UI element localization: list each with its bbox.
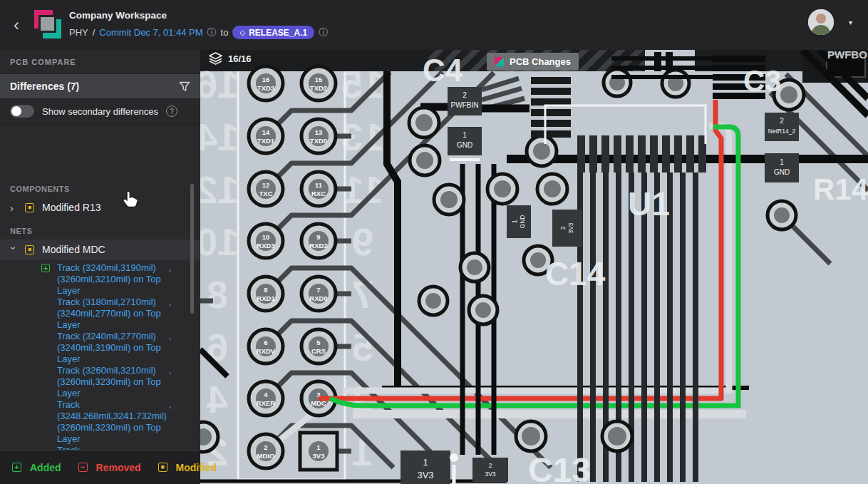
svg-text:16: 16 <box>200 63 239 105</box>
pin-pad[interactable]: 16TXD3 <box>249 66 283 101</box>
pcb-changes-label: PCB Changes <box>510 56 571 67</box>
release-badge[interactable]: ◇ RELEASE_A.1 <box>232 26 314 39</box>
track-item[interactable]: + Track (3240mil,3190mil) (3260mil,3210m… <box>57 262 170 297</box>
svg-text:3V3: 3V3 <box>313 452 325 460</box>
track-item[interactable]: Track (3260mil,3210mil) (3260mil,3230mil… <box>57 365 170 399</box>
pin-pad[interactable]: 11RXC <box>301 172 336 206</box>
commit-info-icon[interactable]: ⓘ <box>207 26 217 39</box>
app: { "icons": { "back": "‹", "info": "ⓘ", "… <box>0 0 868 484</box>
avatar-menu-caret[interactable]: ▾ <box>849 19 852 26</box>
pin-pad[interactable]: 5CRS <box>301 329 336 364</box>
svg-text:8: 8 <box>264 286 267 294</box>
pad-pwfbin[interactable]: 2 PWFBIN <box>448 87 482 115</box>
pin-pad[interactable]: 14TXD1 <box>249 119 283 153</box>
workspace-title: Company Workspace <box>69 10 328 21</box>
legend-label: Modified <box>176 462 217 473</box>
svg-text:2: 2 <box>780 117 784 125</box>
layers-control[interactable]: 16/16 <box>209 52 252 65</box>
svg-text:RXDV: RXDV <box>257 347 276 355</box>
chevron-down-icon[interactable]: › <box>8 246 20 253</box>
svg-text:NetR14_2: NetR14_2 <box>768 128 796 135</box>
commit-link[interactable]: Commit Dec 7, 01:44 PM <box>99 27 202 38</box>
pcb-canvas[interactable]: 16 14 12 10 8 6 4 2 15 13 11 9 7 5 3 1 <box>200 50 868 484</box>
pin-pad[interactable]: 7RXD0 <box>301 277 336 311</box>
svg-text:1: 1 <box>316 443 321 451</box>
u1-pads <box>577 135 706 173</box>
modified-icon <box>25 203 34 212</box>
toggle-label: Show secondary differences <box>42 106 158 117</box>
svg-text:MDIO: MDIO <box>257 452 275 460</box>
pin-pad[interactable]: 13TXD0 <box>301 119 336 153</box>
svg-text:3V3: 3V3 <box>417 470 433 480</box>
svg-text:11: 11 <box>315 181 323 189</box>
differences-row[interactable]: Differences (7) <box>0 74 200 98</box>
separator: , <box>169 262 172 274</box>
chevron-right-icon[interactable]: › <box>10 202 17 214</box>
svg-text:2: 2 <box>489 462 492 469</box>
secondary-differences-row: Show secondary differences ? <box>0 98 200 125</box>
svg-text:RXD0: RXD0 <box>309 294 327 302</box>
svg-text:12: 12 <box>200 168 239 211</box>
legend-label: Added <box>30 462 61 473</box>
help-icon[interactable]: ? <box>166 105 177 117</box>
pad-3v3-mid[interactable]: 2 3V3 <box>552 210 582 247</box>
pcb-render: 16 14 12 10 8 6 4 2 15 13 11 9 7 5 3 1 <box>200 50 868 484</box>
pin-pad[interactable]: 4RXER <box>249 381 283 416</box>
pcb-changes-badge[interactable]: PCB Changes <box>487 53 579 71</box>
pcb-changes-icon <box>495 57 504 66</box>
track-item[interactable]: Track (3214.37mil,3241.732mil) (3248.268… <box>57 445 170 450</box>
svg-text:PWFBIN: PWFBIN <box>451 101 479 109</box>
pin-pad[interactable]: 12TXC <box>249 172 283 206</box>
svg-text:12: 12 <box>262 181 270 189</box>
svg-text:4: 4 <box>207 378 228 421</box>
pad-gnd-mid[interactable]: 1 GND <box>507 205 531 238</box>
legend-label: Removed <box>96 462 141 473</box>
pin-pad[interactable]: 6RXDV <box>249 329 283 364</box>
svg-text:1: 1 <box>463 131 467 139</box>
svg-text:TXD0: TXD0 <box>310 137 327 145</box>
pin-pad[interactable]: 8RXD1 <box>249 277 283 311</box>
workspace-logo-icon[interactable] <box>34 10 63 40</box>
pad-3v3-big[interactable]: 1 3V3 <box>401 450 450 484</box>
pad-gnd-top[interactable]: 1 GND <box>448 127 482 160</box>
svg-text:TXD2: TXD2 <box>310 84 327 92</box>
separator: , <box>169 445 172 450</box>
pad-gnd-right[interactable]: 1 GND <box>765 153 799 182</box>
pad-3v3-small[interactable]: 2 3V3 <box>472 458 508 482</box>
sidebar-scrollbar[interactable] <box>190 184 194 314</box>
track-text: Track (3240mil,2770mil) (3240mil,3190mil… <box>57 331 161 364</box>
avatar[interactable] <box>808 9 834 35</box>
tree-node-r13[interactable]: › Modified R13 <box>0 197 200 217</box>
svg-text:TXD1: TXD1 <box>257 137 275 145</box>
track-text: Track (3260mil,3210mil) (3260mil,3230mil… <box>57 365 161 398</box>
svg-text:1: 1 <box>780 158 784 166</box>
back-button[interactable]: ‹ <box>0 0 33 50</box>
pin-pad[interactable]: 10RXD3 <box>249 224 283 258</box>
svg-text:RXER: RXER <box>257 399 276 407</box>
pin-pad[interactable]: 15TXD2 <box>301 66 336 101</box>
svg-text:R14: R14 <box>813 173 868 206</box>
svg-text:5: 5 <box>316 339 321 346</box>
pin-pad[interactable]: 2MDIO <box>249 434 283 468</box>
track-text: Track (3248.268mil,3241.732mil) (3260mil… <box>57 399 167 444</box>
node-label: Modified MDC <box>42 244 105 255</box>
svg-text:9: 9 <box>352 220 373 263</box>
secondary-differences-toggle[interactable] <box>10 105 34 118</box>
svg-text:GND: GND <box>457 141 472 149</box>
pin-pad[interactable]: 9RXD2 <box>301 224 336 258</box>
pad-netr14[interactable]: 2 NetR14_2 <box>765 113 799 141</box>
release-info-icon[interactable]: ⓘ <box>319 26 328 39</box>
track-item[interactable]: Track (3240mil,2770mil) (3240mil,3190mil… <box>57 331 170 365</box>
pin-pad[interactable]: 13V3 <box>300 433 337 470</box>
components-header: COMPONENTS <box>0 175 200 197</box>
track-item[interactable]: Track (3180mil,2710mil) (3240mil,2770mil… <box>57 297 170 331</box>
tree-node-mdc[interactable]: › Modified MDC <box>0 240 200 259</box>
track-item[interactable]: Track (3248.268mil,3241.732mil) (3260mil… <box>57 399 170 445</box>
filter-icon[interactable] <box>179 81 190 92</box>
svg-text:3V3: 3V3 <box>485 470 495 478</box>
svg-text:C3: C3 <box>743 64 782 98</box>
avatar-image <box>808 9 834 35</box>
to-label: to <box>221 27 229 38</box>
svg-text:TXC: TXC <box>259 190 273 197</box>
added-icon: + <box>41 264 50 272</box>
